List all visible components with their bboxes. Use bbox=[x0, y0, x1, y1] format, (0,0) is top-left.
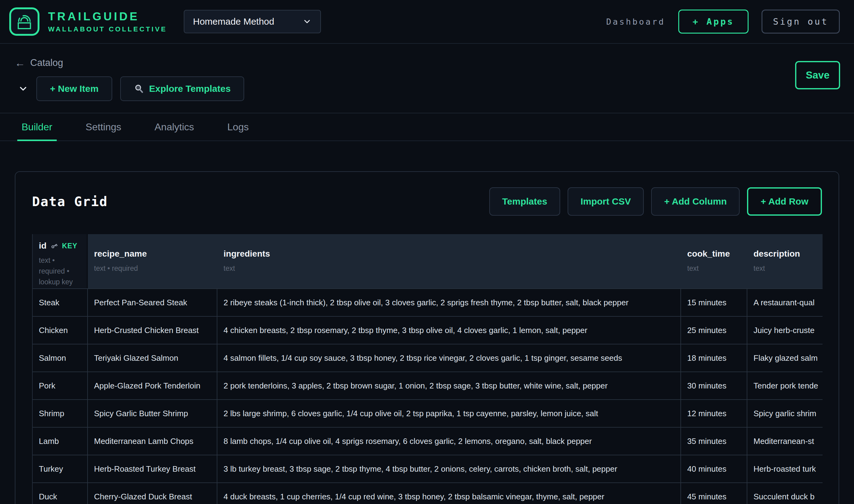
table-row: SalmonTeriyaki Glazed Salmon4 salmon fil… bbox=[33, 344, 822, 372]
cell-cook-time[interactable]: 12 minutes bbox=[681, 400, 747, 427]
data-grid-title: Data Grid bbox=[32, 194, 108, 209]
nav-dashboard-link[interactable]: Dashboard bbox=[606, 17, 665, 26]
id-column-title-row: id KEY bbox=[39, 241, 81, 251]
column-header-cook-time[interactable]: cook_time text bbox=[681, 234, 747, 288]
cell-cook-time[interactable]: 45 minutes bbox=[681, 483, 747, 504]
column-header-ingredients[interactable]: ingredients text bbox=[217, 234, 681, 288]
id-column-name: id bbox=[39, 241, 47, 251]
table-row: ShrimpSpicy Garlic Butter Shrimp2 lbs la… bbox=[33, 400, 822, 428]
explore-templates-button[interactable]: Explore Templates bbox=[120, 76, 244, 101]
tab-bar: Builder Settings Analytics Logs bbox=[0, 113, 854, 141]
recipe-name-column-meta: text • required bbox=[94, 263, 211, 274]
save-button[interactable]: Save bbox=[795, 61, 840, 89]
cell-cook-time[interactable]: 18 minutes bbox=[681, 344, 747, 372]
table-row: ChickenHerb-Crusted Chicken Breast4 chic… bbox=[33, 317, 822, 344]
table-body: SteakPerfect Pan-Seared Steak2 ribeye st… bbox=[33, 289, 822, 504]
cell-id[interactable]: Steak bbox=[33, 289, 88, 316]
table-row: PorkApple-Glazed Pork Tenderloin2 pork t… bbox=[33, 372, 822, 400]
cell-id[interactable]: Pork bbox=[33, 372, 88, 399]
table-row: LambMediterranean Lamb Chops8 lamb chops… bbox=[33, 428, 822, 455]
key-badge: KEY bbox=[62, 242, 77, 250]
sign-out-button[interactable]: Sign out bbox=[762, 10, 840, 34]
cook-time-column-name: cook_time bbox=[687, 249, 741, 259]
app-selector-value: Homemade Method bbox=[193, 16, 274, 27]
column-header-id[interactable]: id KEY text • required • lookup ke bbox=[33, 234, 88, 288]
cell-id[interactable]: Salmon bbox=[33, 344, 88, 372]
brand-logo[interactable] bbox=[9, 7, 39, 36]
import-csv-button[interactable]: Import CSV bbox=[568, 187, 644, 216]
app-selector-dropdown[interactable]: Homemade Method bbox=[184, 10, 321, 33]
ingredients-column-name: ingredients bbox=[224, 249, 675, 259]
cell-id[interactable]: Turkey bbox=[33, 455, 88, 483]
cell-ingredients[interactable]: 2 ribeye steaks (1-inch thick), 2 tbsp o… bbox=[217, 289, 681, 316]
cell-ingredients[interactable]: 2 lbs large shrimp, 6 cloves garlic, 1/4… bbox=[217, 400, 681, 427]
cell-id[interactable]: Duck bbox=[33, 483, 88, 504]
cell-ingredients[interactable]: 4 duck breasts, 1 cup cherries, 1/4 cup … bbox=[217, 483, 681, 504]
cell-description[interactable]: Tender pork tende bbox=[747, 372, 822, 399]
cell-cook-time[interactable]: 25 minutes bbox=[681, 317, 747, 344]
cell-cook-time[interactable]: 30 minutes bbox=[681, 372, 747, 399]
description-column-name: description bbox=[753, 249, 822, 259]
ingredients-column-meta: text bbox=[224, 263, 675, 274]
templates-button[interactable]: Templates bbox=[489, 187, 560, 216]
cell-ingredients[interactable]: 4 salmon fillets, 1/4 cup soy sauce, 3 t… bbox=[217, 344, 681, 372]
tab-builder[interactable]: Builder bbox=[17, 113, 57, 141]
cell-description[interactable]: Herb-roasted turk bbox=[747, 455, 822, 483]
id-meta-required: required • bbox=[39, 266, 81, 277]
cell-id[interactable]: Shrimp bbox=[33, 400, 88, 427]
recipe-name-column-name: recipe_name bbox=[94, 249, 211, 259]
column-header-recipe-name[interactable]: recipe_name text • required bbox=[88, 234, 217, 288]
top-right-nav: Dashboard + Apps Sign out bbox=[606, 10, 845, 34]
collapse-caret-icon[interactable] bbox=[18, 84, 28, 94]
id-meta-lookup: lookup key bbox=[39, 277, 81, 287]
cell-recipe-name[interactable]: Teriyaki Glazed Salmon bbox=[88, 344, 217, 372]
column-header-description[interactable]: description text bbox=[747, 234, 822, 288]
add-row-button[interactable]: + Add Row bbox=[747, 187, 822, 216]
cell-cook-time[interactable]: 40 minutes bbox=[681, 455, 747, 483]
new-item-button[interactable]: + New Item bbox=[36, 76, 112, 101]
cell-id[interactable]: Chicken bbox=[33, 317, 88, 344]
table-row: SteakPerfect Pan-Seared Steak2 ribeye st… bbox=[33, 289, 822, 317]
table-row: TurkeyHerb-Roasted Turkey Breast3 lb tur… bbox=[33, 455, 822, 483]
top-bar: TRAILGUIDE WALLABOUT COLLECTIVE Homemade… bbox=[0, 0, 854, 44]
cell-id[interactable]: Lamb bbox=[33, 428, 88, 455]
cell-cook-time[interactable]: 35 minutes bbox=[681, 428, 747, 455]
cell-cook-time[interactable]: 15 minutes bbox=[681, 289, 747, 316]
cell-description[interactable]: Succulent duck b bbox=[747, 483, 822, 504]
cell-ingredients[interactable]: 3 lb turkey breast, 3 tbsp sage, 2 tbsp … bbox=[217, 455, 681, 483]
cell-recipe-name[interactable]: Cherry-Glazed Duck Breast bbox=[88, 483, 217, 504]
cell-recipe-name[interactable]: Herb-Crusted Chicken Breast bbox=[88, 317, 217, 344]
cell-recipe-name[interactable]: Mediterranean Lamb Chops bbox=[88, 428, 217, 455]
apps-button[interactable]: + Apps bbox=[678, 10, 749, 34]
data-grid-header: Data Grid Templates Import CSV + Add Col… bbox=[32, 187, 822, 216]
id-column-meta: text • required • lookup key bbox=[39, 255, 81, 287]
cell-description[interactable]: Flaky glazed salm bbox=[747, 344, 822, 372]
chevron-down-icon bbox=[302, 17, 312, 26]
cell-recipe-name[interactable]: Perfect Pan-Seared Steak bbox=[88, 289, 217, 316]
brand-text: TRAILGUIDE WALLABOUT COLLECTIVE bbox=[48, 10, 167, 33]
cell-description[interactable]: Mediterranean-st bbox=[747, 428, 822, 455]
data-grid-table: id KEY text • required • lookup ke bbox=[32, 234, 822, 504]
back-label: Catalog bbox=[30, 57, 63, 68]
cook-time-column-meta: text bbox=[687, 263, 741, 274]
cell-recipe-name[interactable]: Apple-Glazed Pork Tenderloin bbox=[88, 372, 217, 399]
explore-templates-label: Explore Templates bbox=[149, 84, 231, 94]
tab-settings[interactable]: Settings bbox=[82, 113, 126, 141]
brand-title: TRAILGUIDE bbox=[48, 10, 167, 23]
cell-ingredients[interactable]: 4 chicken breasts, 2 tbsp rosemary, 2 tb… bbox=[217, 317, 681, 344]
tab-analytics[interactable]: Analytics bbox=[150, 113, 198, 141]
description-column-meta: text bbox=[753, 263, 822, 274]
brand-subtitle: WALLABOUT COLLECTIVE bbox=[48, 25, 167, 33]
cell-recipe-name[interactable]: Herb-Roasted Turkey Breast bbox=[88, 455, 217, 483]
back-to-catalog-link[interactable]: ← Catalog bbox=[15, 57, 63, 69]
cell-ingredients[interactable]: 2 pork tenderloins, 3 apples, 2 tbsp bro… bbox=[217, 372, 681, 399]
tab-logs[interactable]: Logs bbox=[223, 113, 253, 141]
cell-recipe-name[interactable]: Spicy Garlic Butter Shrimp bbox=[88, 400, 217, 427]
cell-ingredients[interactable]: 8 lamb chops, 1/4 cup olive oil, 4 sprig… bbox=[217, 428, 681, 455]
magnifier-icon bbox=[134, 84, 144, 94]
cell-description[interactable]: Juicy herb-cruste bbox=[747, 317, 822, 344]
toolbar: ← Catalog + New Item Explore Templates S… bbox=[0, 44, 854, 101]
cell-description[interactable]: Spicy garlic shrim bbox=[747, 400, 822, 427]
add-column-button[interactable]: + Add Column bbox=[651, 187, 739, 216]
cell-description[interactable]: A restaurant-qual bbox=[747, 289, 822, 316]
